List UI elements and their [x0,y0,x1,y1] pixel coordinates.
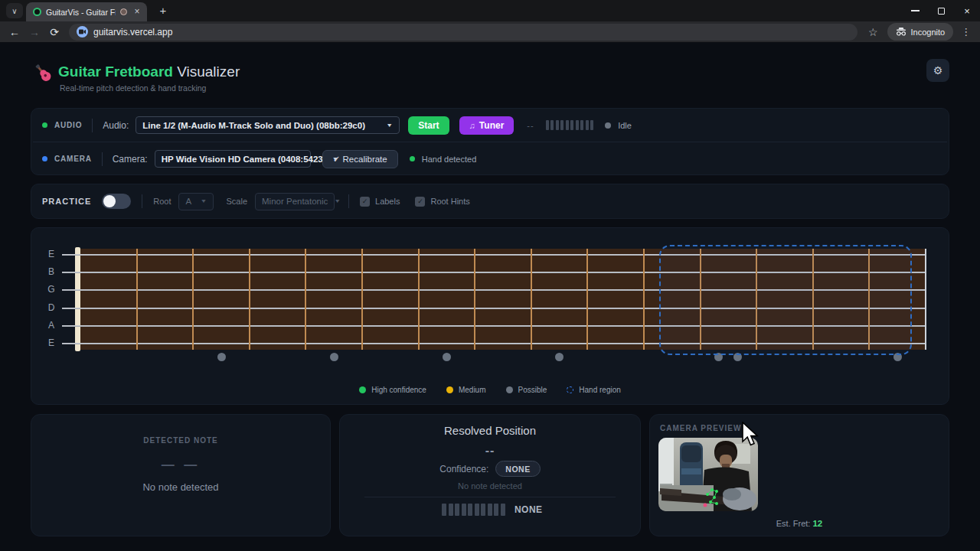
root-hints-checkbox[interactable]: ✓ [415,197,425,207]
settings-button[interactable]: ⚙ [926,59,949,82]
string-label: E [44,337,59,348]
browser-menu-button[interactable]: ⋮ [961,26,971,37]
camera-device-value: HP Wide Vision HD Camera (0408:5423) [162,155,326,164]
tuner-button[interactable]: ♫ Tuner [459,116,514,135]
title-secondary: Visualizer [177,64,240,80]
legend-item: Possible [506,386,547,394]
tab-close-button[interactable]: × [132,7,142,18]
meter-bar [576,120,579,130]
camera-section-label: CAMERA [54,155,92,163]
resolved-position-status: No note detected [340,481,640,491]
address-bar[interactable]: guitarvis.vercel.app [69,24,858,41]
divider [102,152,103,166]
webcam-frame [658,438,758,511]
bookmark-star-icon[interactable]: ☆ [868,26,878,38]
audio-device-select[interactable]: Line 1/2 (M-Audio M-Track Solo and Duo) … [136,116,400,134]
window-maximize-button[interactable] [928,0,954,21]
audio-section-label: AUDIO [54,121,82,129]
meter-bar [580,120,583,130]
page-content: Guitar Fretboard Visualizer Real-time pi… [0,44,980,551]
scale-select[interactable]: Minor Pentatonic ▼ [255,193,335,210]
audio-status-text: Idle [618,121,632,130]
fret-wire [474,249,475,350]
title-primary: Guitar Fretboard [58,64,173,80]
io-panel: AUDIO Audio: Line 1/2 (M-Audio M-Track S… [31,108,949,175]
url-text: guitarvis.vercel.app [93,27,172,37]
camera-preview-title: CAMERA PREVIEW [660,424,741,432]
page-title: Guitar Fretboard Visualizer [58,64,240,80]
camera-in-use-icon[interactable] [77,26,88,37]
window-minimize-button[interactable] [902,0,928,21]
check-icon: ✓ [362,197,368,205]
fret-wire [192,249,194,350]
resolved-meter-row: NONE [340,504,640,516]
meter-bar [481,504,485,516]
check-icon: ✓ [417,197,423,205]
resolved-level-meter [442,504,505,516]
window-close-button[interactable]: × [954,0,980,21]
divider [364,497,616,497]
legend-swatch-icon [567,386,573,393]
tab-search-button[interactable]: ∨ [6,3,23,18]
practice-panel: PRACTICE Root A ▼ Scale Minor Pentatonic… [31,184,949,219]
divider [92,119,93,132]
tab-media-indicator-icon [120,8,127,15]
meter-bar [468,504,472,516]
fret-marker-dot [443,353,451,361]
back-button[interactable]: ← [5,26,24,38]
labels-checkbox-label: Labels [375,197,400,206]
string-label: G [44,284,59,295]
fret-wire [643,249,645,350]
camera-device-select[interactable]: HP Wide Vision HD Camera (0408:5423) ▼ [155,150,311,168]
hand-detected-text: Hand detected [422,155,477,164]
reload-button[interactable]: ⟳ [44,26,64,38]
root-select[interactable]: A ▼ [178,193,214,210]
meter-bar [556,120,559,130]
forward-button[interactable]: → [24,26,44,38]
root-value: A [185,197,194,206]
root-hints-checkbox-label: Root Hints [430,197,469,206]
legend-swatch-icon [506,386,513,393]
detected-note-inline: -- [527,121,534,130]
meter-bar [488,504,492,516]
string-label: B [44,266,59,277]
legend-label: High confidence [371,386,426,394]
string-label: D [44,302,59,313]
legend-item: High confidence [359,386,426,394]
legend-label: Hand region [579,386,620,394]
hand-region-overlay [659,245,912,355]
start-button[interactable]: Start [408,116,449,135]
labels-checkbox[interactable]: ✓ [360,197,370,207]
legend-label: Medium [459,386,486,394]
scale-value: Minor Pentatonic [262,197,328,206]
audio-level-meter [546,120,594,130]
maximize-icon [938,8,945,15]
fretboard-panel: EBGDAE High confidenceMediumPossibleHand… [31,227,949,405]
meter-bar [570,120,573,130]
resolved-meter-label: NONE [514,504,543,515]
window-controls: × [902,0,980,21]
fret-wire [418,249,420,350]
browser-toolbar: ← → ⟳ guitarvis.vercel.app ☆ Incognito ⋮ [0,21,980,43]
confidence-row: Confidence: NONE [340,461,640,477]
confidence-badge: NONE [495,461,540,477]
practice-toggle[interactable] [102,194,131,209]
camera-preview-card: CAMERA PREVIEW [649,414,949,536]
meter-bar [475,504,479,516]
meter-bar [442,504,446,516]
legend-swatch-icon [359,386,366,393]
legend-item: Medium [446,386,486,394]
meter-bar [462,504,466,516]
detected-note-value: — — [31,458,330,473]
camera-preview-image [658,438,758,511]
new-tab-button[interactable]: + [155,2,172,19]
incognito-badge: Incognito [887,23,954,41]
divider [348,194,349,208]
legend-item: Hand region [567,386,620,394]
fret-marker-dot [555,353,564,361]
meter-bar [494,504,498,516]
tab-title: GuitarVis - Guitar Fretboard [46,8,116,17]
string-label: A [44,320,59,331]
browser-tab[interactable]: GuitarVis - Guitar Fretboard × [26,2,147,21]
resolved-position-title: Resolved Position [340,424,640,437]
